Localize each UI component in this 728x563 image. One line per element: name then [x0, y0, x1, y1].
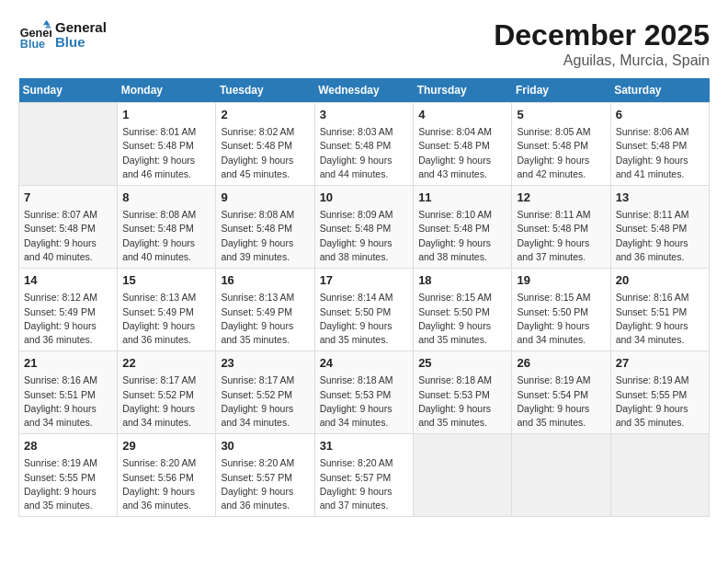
day-info: Sunrise: 8:15 AM Sunset: 5:50 PM Dayligh… [517, 291, 605, 347]
calendar: SundayMondayTuesdayWednesdayThursdayFrid… [18, 78, 710, 517]
day-info: Sunrise: 8:02 AM Sunset: 5:48 PM Dayligh… [221, 125, 309, 181]
day-number: 7 [24, 190, 112, 206]
header-friday: Friday [512, 78, 610, 103]
calendar-cell: 28Sunrise: 8:19 AM Sunset: 5:55 PM Dayli… [19, 434, 118, 517]
day-info: Sunrise: 8:19 AM Sunset: 5:54 PM Dayligh… [517, 373, 605, 430]
day-number: 5 [517, 107, 605, 123]
day-info: Sunrise: 8:04 AM Sunset: 5:48 PM Dayligh… [418, 125, 506, 181]
calendar-week-1: 1Sunrise: 8:01 AM Sunset: 5:48 PM Daylig… [19, 103, 710, 186]
calendar-cell: 19Sunrise: 8:15 AM Sunset: 5:50 PM Dayli… [512, 269, 610, 351]
day-info: Sunrise: 8:17 AM Sunset: 5:52 PM Dayligh… [221, 373, 309, 430]
day-info: Sunrise: 8:08 AM Sunset: 5:48 PM Dayligh… [221, 208, 309, 264]
day-info: Sunrise: 8:13 AM Sunset: 5:49 PM Dayligh… [122, 291, 210, 347]
day-number: 11 [418, 190, 506, 206]
calendar-week-5: 28Sunrise: 8:19 AM Sunset: 5:55 PM Dayli… [19, 434, 710, 517]
day-info: Sunrise: 8:16 AM Sunset: 5:51 PM Dayligh… [616, 291, 704, 347]
calendar-cell: 9Sunrise: 8:08 AM Sunset: 5:48 PM Daylig… [216, 186, 314, 269]
svg-marker-2 [43, 20, 50, 25]
day-number: 18 [418, 272, 506, 289]
day-number: 17 [320, 272, 409, 289]
calendar-header-row: SundayMondayTuesdayWednesdayThursdayFrid… [19, 78, 710, 103]
day-info: Sunrise: 8:20 AM Sunset: 5:57 PM Dayligh… [221, 456, 309, 512]
calendar-week-4: 21Sunrise: 8:16 AM Sunset: 5:51 PM Dayli… [19, 351, 710, 434]
calendar-cell [414, 434, 512, 517]
day-info: Sunrise: 8:09 AM Sunset: 5:48 PM Dayligh… [320, 208, 409, 264]
logo-line1: General [55, 20, 107, 36]
month-year: December 2025 [494, 18, 710, 52]
header-monday: Monday [118, 78, 216, 103]
calendar-cell: 26Sunrise: 8:19 AM Sunset: 5:54 PM Dayli… [512, 351, 610, 434]
day-info: Sunrise: 8:19 AM Sunset: 5:55 PM Dayligh… [616, 373, 704, 430]
day-number: 29 [122, 438, 210, 454]
calendar-cell: 11Sunrise: 8:10 AM Sunset: 5:48 PM Dayli… [414, 186, 512, 269]
day-info: Sunrise: 8:05 AM Sunset: 5:48 PM Dayligh… [517, 125, 605, 181]
header-saturday: Saturday [610, 78, 709, 103]
day-number: 21 [24, 355, 112, 372]
calendar-cell: 8Sunrise: 8:08 AM Sunset: 5:48 PM Daylig… [118, 186, 216, 269]
calendar-cell: 15Sunrise: 8:13 AM Sunset: 5:49 PM Dayli… [118, 269, 216, 351]
day-number: 2 [221, 107, 309, 123]
day-number: 13 [616, 190, 704, 206]
calendar-cell: 29Sunrise: 8:20 AM Sunset: 5:56 PM Dayli… [118, 434, 216, 517]
day-info: Sunrise: 8:18 AM Sunset: 5:53 PM Dayligh… [418, 373, 506, 430]
day-number: 25 [418, 355, 506, 372]
calendar-cell [512, 434, 610, 517]
calendar-cell: 10Sunrise: 8:09 AM Sunset: 5:48 PM Dayli… [314, 186, 414, 269]
day-number: 14 [24, 272, 112, 289]
calendar-cell: 24Sunrise: 8:18 AM Sunset: 5:53 PM Dayli… [314, 351, 414, 434]
day-info: Sunrise: 8:11 AM Sunset: 5:48 PM Dayligh… [616, 208, 704, 264]
day-number: 31 [320, 438, 409, 454]
logo-line2: Blue [55, 35, 107, 51]
day-number: 22 [122, 355, 210, 372]
day-info: Sunrise: 8:20 AM Sunset: 5:56 PM Dayligh… [122, 456, 210, 512]
calendar-cell: 3Sunrise: 8:03 AM Sunset: 5:48 PM Daylig… [314, 103, 414, 186]
day-info: Sunrise: 8:19 AM Sunset: 5:55 PM Dayligh… [24, 456, 112, 512]
day-info: Sunrise: 8:08 AM Sunset: 5:48 PM Dayligh… [122, 208, 210, 264]
day-number: 19 [517, 272, 605, 289]
calendar-cell: 23Sunrise: 8:17 AM Sunset: 5:52 PM Dayli… [216, 351, 314, 434]
day-number: 16 [221, 272, 309, 289]
calendar-cell: 22Sunrise: 8:17 AM Sunset: 5:52 PM Dayli… [118, 351, 216, 434]
day-number: 12 [517, 190, 605, 206]
svg-text:Blue: Blue [20, 38, 45, 51]
day-info: Sunrise: 8:06 AM Sunset: 5:48 PM Dayligh… [616, 125, 704, 181]
calendar-cell: 21Sunrise: 8:16 AM Sunset: 5:51 PM Dayli… [19, 351, 118, 434]
calendar-week-2: 7Sunrise: 8:07 AM Sunset: 5:48 PM Daylig… [19, 186, 710, 269]
page-header: General Blue General Blue December 2025 … [18, 18, 710, 69]
day-number: 4 [418, 107, 506, 123]
calendar-cell: 12Sunrise: 8:11 AM Sunset: 5:48 PM Dayli… [512, 186, 610, 269]
logo: General Blue General Blue [18, 18, 107, 52]
day-info: Sunrise: 8:13 AM Sunset: 5:49 PM Dayligh… [221, 291, 309, 347]
calendar-cell: 17Sunrise: 8:14 AM Sunset: 5:50 PM Dayli… [314, 269, 414, 351]
day-number: 1 [122, 107, 210, 123]
day-number: 24 [320, 355, 409, 372]
logo-icon: General Blue [18, 18, 51, 52]
day-info: Sunrise: 8:18 AM Sunset: 5:53 PM Dayligh… [320, 373, 409, 430]
header-tuesday: Tuesday [216, 78, 314, 103]
calendar-cell: 18Sunrise: 8:15 AM Sunset: 5:50 PM Dayli… [414, 269, 512, 351]
calendar-cell: 31Sunrise: 8:20 AM Sunset: 5:57 PM Dayli… [314, 434, 414, 517]
calendar-cell: 27Sunrise: 8:19 AM Sunset: 5:55 PM Dayli… [610, 351, 709, 434]
day-number: 9 [221, 190, 309, 206]
day-number: 3 [320, 107, 409, 123]
day-info: Sunrise: 8:17 AM Sunset: 5:52 PM Dayligh… [122, 373, 210, 430]
day-info: Sunrise: 8:20 AM Sunset: 5:57 PM Dayligh… [320, 456, 409, 512]
day-info: Sunrise: 8:01 AM Sunset: 5:48 PM Dayligh… [122, 125, 210, 181]
day-info: Sunrise: 8:03 AM Sunset: 5:48 PM Dayligh… [320, 125, 409, 181]
day-info: Sunrise: 8:07 AM Sunset: 5:48 PM Dayligh… [24, 208, 112, 264]
header-sunday: Sunday [19, 78, 118, 103]
calendar-cell: 2Sunrise: 8:02 AM Sunset: 5:48 PM Daylig… [216, 103, 314, 186]
calendar-cell: 30Sunrise: 8:20 AM Sunset: 5:57 PM Dayli… [216, 434, 314, 517]
title-section: December 2025 Aguilas, Murcia, Spain [494, 18, 710, 69]
calendar-cell: 5Sunrise: 8:05 AM Sunset: 5:48 PM Daylig… [512, 103, 610, 186]
calendar-cell: 13Sunrise: 8:11 AM Sunset: 5:48 PM Dayli… [610, 186, 709, 269]
header-wednesday: Wednesday [314, 78, 414, 103]
calendar-cell [610, 434, 709, 517]
calendar-cell: 4Sunrise: 8:04 AM Sunset: 5:48 PM Daylig… [414, 103, 512, 186]
day-info: Sunrise: 8:11 AM Sunset: 5:48 PM Dayligh… [517, 208, 605, 264]
day-info: Sunrise: 8:12 AM Sunset: 5:49 PM Dayligh… [24, 291, 112, 347]
calendar-cell: 7Sunrise: 8:07 AM Sunset: 5:48 PM Daylig… [19, 186, 118, 269]
day-number: 28 [24, 438, 112, 454]
calendar-cell: 14Sunrise: 8:12 AM Sunset: 5:49 PM Dayli… [19, 269, 118, 351]
location: Aguilas, Murcia, Spain [494, 52, 710, 69]
